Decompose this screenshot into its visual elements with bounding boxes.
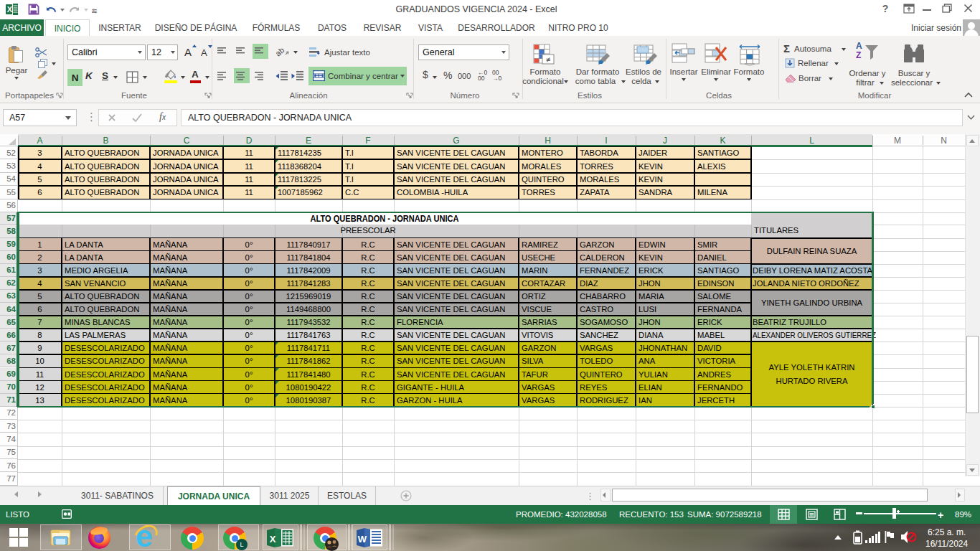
svg-text:≠: ≠: [546, 55, 550, 64]
svg-text:ab: ab: [276, 45, 286, 57]
svg-text:X: X: [7, 5, 13, 14]
svg-text:X: X: [270, 534, 276, 545]
svg-text:W: W: [358, 534, 367, 545]
